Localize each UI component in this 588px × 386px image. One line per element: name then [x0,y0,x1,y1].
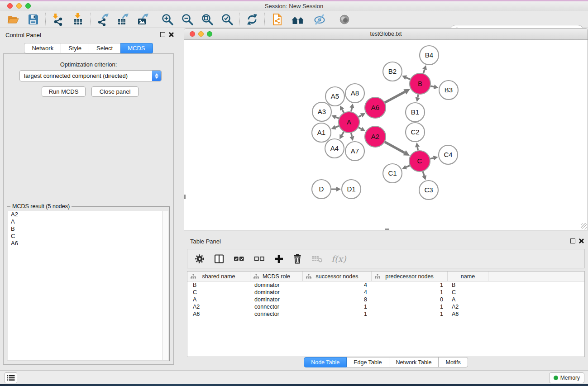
cell-shared-name[interactable]: A6 [187,311,250,317]
float-table-panel-icon[interactable] [570,238,575,243]
export-network-icon[interactable] [96,13,110,26]
save-session-icon[interactable] [26,13,40,26]
table-row[interactable]: A6connector11A6 [187,310,584,318]
edge-A-A7[interactable] [351,133,352,137]
run-mcds-button[interactable]: Run MCDS [42,86,86,97]
tab-style[interactable]: Style [61,43,89,53]
column-header-name[interactable]: name [448,272,488,281]
cell-MCDS-role[interactable]: dominator [250,282,303,288]
zoom-selected-icon[interactable] [220,13,234,26]
tab-network[interactable]: Network [24,43,61,53]
zoom-out-icon[interactable] [181,13,194,26]
import-network-icon[interactable] [51,13,65,26]
cell-successor-nodes[interactable]: 1 [303,304,372,310]
delete-columns-icon[interactable] [292,253,302,264]
cell-successor-nodes[interactable]: 1 [303,311,372,317]
table-row[interactable]: A2connector11A2 [187,303,584,310]
cell-name[interactable]: A [448,296,488,303]
cell-MCDS-role[interactable]: connector [250,304,303,310]
column-header-MCDS-role[interactable]: MCDS role [250,272,303,281]
unselect-all-columns-icon[interactable] [253,254,265,264]
cell-predecessor-nodes[interactable]: 1 [372,311,448,317]
task-history-button[interactable] [5,372,17,383]
cell-successor-nodes[interactable]: 8 [303,296,372,303]
column-header-predecessor-nodes[interactable]: predecessor nodes [372,272,448,281]
tab-select[interactable]: Select [89,43,120,53]
zoom-fit-icon[interactable] [201,13,214,26]
edge-A-A6[interactable] [359,115,361,117]
edge-A-A2[interactable] [359,128,361,129]
hide-selected-icon[interactable] [313,13,326,26]
cell-successor-nodes[interactable]: 4 [303,282,372,288]
cell-shared-name[interactable]: B [187,282,250,288]
edge-C-C3[interactable] [423,172,424,176]
function-builder-icon[interactable]: f(x) [331,254,346,264]
import-table-icon[interactable] [71,13,85,26]
new-network-from-selection-icon[interactable] [270,13,284,26]
show-graphics-details-icon[interactable] [338,13,351,26]
edge-A-A1[interactable] [335,126,339,127]
column-header-shared-name[interactable]: shared name [187,272,250,281]
tab-mcds[interactable]: MCDS [120,43,153,53]
edge-B-B3[interactable] [430,86,434,87]
mcds-list-scrollbar[interactable] [163,211,168,360]
edge-C-C2[interactable] [417,147,418,151]
cell-predecessor-nodes[interactable]: 1 [372,282,448,288]
cell-shared-name[interactable]: A [187,296,250,303]
cell-name[interactable]: A2 [448,304,488,310]
network-window-titlebar[interactable]: testGlobe.txt [184,29,588,40]
edge-A-A3[interactable] [336,117,339,119]
mcds-result-item[interactable]: C [8,233,163,240]
optimization-select[interactable]: largest connected component (directed) [19,70,162,81]
edge-A-A8[interactable] [351,108,352,111]
export-image-icon[interactable] [136,13,149,26]
mcds-result-item[interactable]: A [8,218,163,225]
export-table-icon[interactable] [116,13,129,26]
edge-C-C1[interactable] [406,166,410,167]
table-row[interactable]: Bdominator41B [187,281,584,289]
edge-A6-B[interactable] [385,92,405,103]
edge-B-B1[interactable] [418,95,418,98]
network-canvas[interactable]: B4B2BB3A5A8A6A3B1AA1C2A2A4A7C4CC1C3DD1 [184,40,588,230]
cell-MCDS-role[interactable]: connector [250,311,303,317]
refresh-icon[interactable] [245,13,259,26]
edge-C-C4[interactable] [430,158,433,159]
tab-network-table[interactable]: Network Table [389,357,439,367]
cell-MCDS-role[interactable]: dominator [250,296,303,303]
mcds-result-list[interactable]: A2ABCA6 [8,211,163,360]
cell-shared-name[interactable]: C [187,289,250,295]
edge-B-B2[interactable] [406,77,410,79]
close-panel-icon[interactable] [168,32,174,37]
edge-A-A5[interactable] [342,110,344,113]
column-header-successor-nodes[interactable]: successor nodes [303,272,372,281]
cell-shared-name[interactable]: A2 [187,304,250,310]
edge-A-A4[interactable] [342,132,344,135]
cell-MCDS-role[interactable]: dominator [250,289,303,295]
tab-node-table[interactable]: Node Table [304,357,347,367]
open-session-icon[interactable] [6,13,20,26]
cell-predecessor-nodes[interactable]: 1 [372,304,448,310]
edge-B-B4[interactable] [423,69,425,73]
window-resize-grip[interactable] [581,223,587,229]
table-row[interactable]: Adominator80A [187,296,584,303]
network-graph[interactable]: B4B2BB3A5A8A6A3B1AA1C2A2A4A7C4CC1C3DD1 [184,40,588,230]
edge-A2-C[interactable] [385,142,405,153]
cell-successor-nodes[interactable]: 4 [303,289,372,295]
close-table-panel-icon[interactable] [578,238,584,243]
delete-table-icon[interactable] [311,254,323,264]
cell-predecessor-nodes[interactable]: 1 [372,289,448,295]
tab-edge-table[interactable]: Edge Table [347,357,389,367]
create-column-icon[interactable] [274,254,284,264]
settings-gear-icon[interactable] [194,253,205,264]
dropdown-stepper-icon[interactable] [152,71,161,81]
mcds-result-item[interactable]: A6 [8,240,163,247]
tab-motifs[interactable]: Motifs [439,357,468,367]
mcds-result-item[interactable]: A2 [8,211,163,218]
select-all-columns-icon[interactable] [233,254,245,264]
node-table[interactable]: shared nameMCDS rolesuccessor nodesprede… [187,271,585,357]
first-neighbors-icon[interactable] [290,13,306,26]
zoom-in-icon[interactable] [161,13,174,26]
float-panel-icon[interactable] [160,32,165,37]
close-panel-button[interactable]: Close panel [91,86,139,97]
cell-predecessor-nodes[interactable]: 0 [372,296,448,303]
